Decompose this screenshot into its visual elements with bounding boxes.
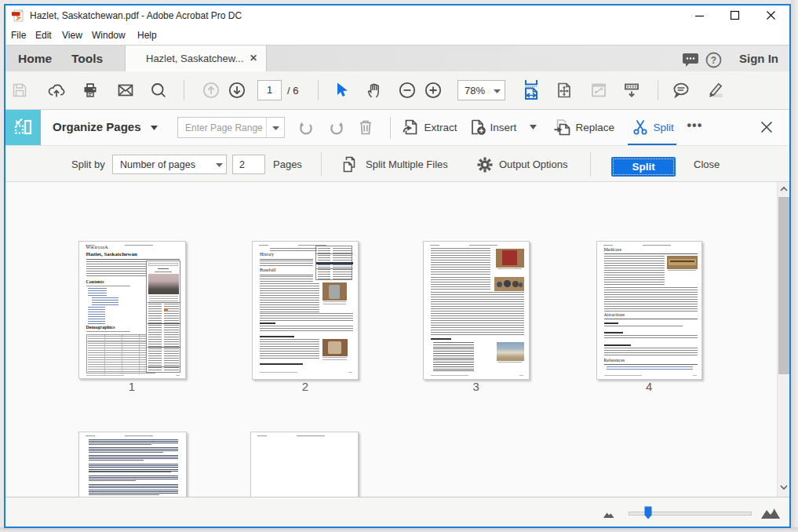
- svg-text:?: ?: [711, 55, 716, 66]
